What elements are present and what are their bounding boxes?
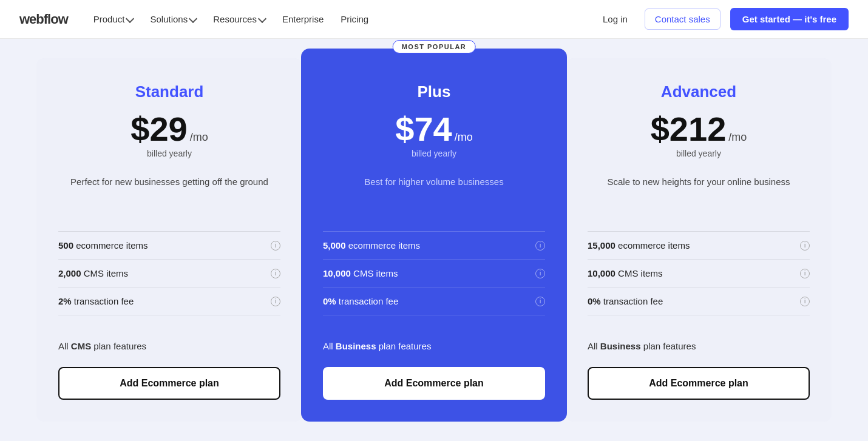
nav-enterprise[interactable]: Enterprise	[276, 10, 330, 28]
navbar: webflow Product Solutions Resources Ente…	[0, 0, 868, 39]
price-per-advanced: /mo	[728, 131, 747, 144]
feature-item: 10,000 CMS items i	[588, 260, 810, 288]
info-icon[interactable]: i	[535, 241, 545, 251]
cta-button-plus[interactable]: Add Ecommerce plan	[323, 367, 545, 400]
chevron-down-icon	[189, 14, 197, 22]
nav-links: Product Solutions Resources Enterprise P…	[87, 10, 375, 28]
billing-plus: billed yearly	[323, 149, 545, 158]
plan-card-plus: MOST POPULAR Plus $74 /mo billed yearly …	[301, 49, 567, 422]
info-icon[interactable]: i	[800, 297, 810, 306]
logo[interactable]: webflow	[19, 12, 68, 27]
feature-item: 5,000 ecommerce items i	[323, 232, 545, 260]
nav-product[interactable]: Product	[87, 10, 140, 28]
most-popular-badge: MOST POPULAR	[393, 40, 476, 53]
cta-button-advanced[interactable]: Add Ecommerce plan	[588, 367, 810, 400]
plan-card-standard: Standard $29 /mo billed yearly Perfect f…	[36, 58, 302, 422]
price-amount-plus: $74	[395, 112, 452, 146]
all-features-plus: All Business plan features	[323, 332, 545, 360]
cta-button-standard[interactable]: Add Ecommerce plan	[58, 367, 280, 400]
feature-item: 500 ecommerce items i	[58, 232, 280, 260]
feature-item: 15,000 ecommerce items i	[588, 232, 810, 260]
plan-name-advanced: Advanced	[588, 82, 810, 101]
nav-pricing[interactable]: Pricing	[334, 10, 375, 28]
price-amount-standard: $29	[131, 112, 187, 146]
plan-desc-standard: Perfect for new businesses getting off t…	[58, 175, 280, 207]
info-icon[interactable]: i	[535, 297, 545, 306]
plan-desc-advanced: Scale to new heights for your online bus…	[588, 175, 810, 207]
info-icon[interactable]: i	[271, 269, 280, 278]
chevron-down-icon	[258, 14, 266, 22]
cards-container: Standard $29 /mo billed yearly Perfect f…	[36, 58, 832, 422]
info-icon[interactable]: i	[271, 297, 280, 306]
feature-item: 2,000 CMS items i	[58, 260, 280, 288]
pricing-section: Standard $29 /mo billed yearly Perfect f…	[0, 39, 868, 441]
price-row-standard: $29 /mo	[58, 112, 280, 146]
feature-item: 0% transaction fee i	[323, 288, 545, 315]
price-row-plus: $74 /mo	[323, 112, 545, 146]
info-icon[interactable]: i	[800, 269, 810, 278]
features-list-plus: 5,000 ecommerce items i 10,000 CMS items…	[323, 231, 545, 315]
info-icon[interactable]: i	[271, 241, 280, 251]
info-icon[interactable]: i	[535, 269, 545, 278]
get-started-button[interactable]: Get started — it's free	[730, 8, 849, 30]
plan-name-standard: Standard	[58, 82, 280, 101]
plan-desc-plus: Best for higher volume businesses	[323, 175, 545, 207]
price-per-plus: /mo	[455, 131, 473, 144]
contact-sales-button[interactable]: Contact sales	[645, 8, 721, 30]
billing-standard: billed yearly	[58, 149, 280, 158]
billing-advanced: billed yearly	[588, 149, 810, 158]
info-icon[interactable]: i	[800, 241, 810, 251]
nav-resources[interactable]: Resources	[207, 10, 271, 28]
plan-name-plus: Plus	[323, 82, 545, 101]
nav-left: webflow Product Solutions Resources Ente…	[19, 10, 375, 28]
nav-solutions[interactable]: Solutions	[144, 10, 202, 28]
nav-right: Log in Contact sales Get started — it's …	[595, 8, 849, 30]
price-per-standard: /mo	[190, 131, 208, 144]
plan-card-advanced: Advanced $212 /mo billed yearly Scale to…	[566, 58, 832, 422]
chevron-down-icon	[126, 14, 134, 22]
price-row-advanced: $212 /mo	[588, 112, 810, 146]
features-list-standard: 500 ecommerce items i 2,000 CMS items i …	[58, 231, 280, 315]
feature-item: 10,000 CMS items i	[323, 260, 545, 288]
feature-item: 0% transaction fee i	[588, 288, 810, 315]
features-list-advanced: 15,000 ecommerce items i 10,000 CMS item…	[588, 231, 810, 315]
all-features-advanced: All Business plan features	[588, 332, 810, 360]
price-amount-advanced: $212	[651, 112, 727, 146]
all-features-standard: All CMS plan features	[58, 332, 280, 360]
feature-item: 2% transaction fee i	[58, 288, 280, 315]
login-button[interactable]: Log in	[595, 9, 635, 29]
